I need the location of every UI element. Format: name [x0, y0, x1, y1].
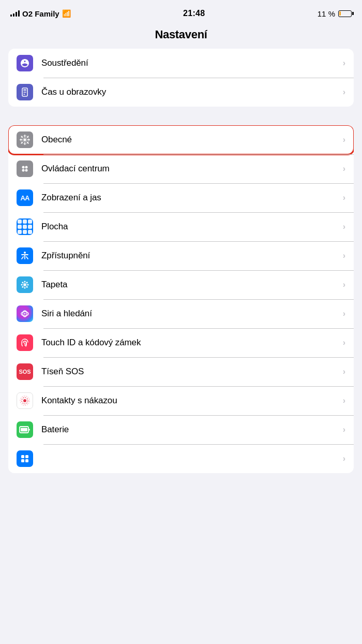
- main-settings-group: Obecné › Ovládací centrum › AA Zobrazení…: [8, 125, 354, 473]
- partial-chevron: ›: [343, 454, 345, 463]
- tisen-sos-label: Tíseň SOS: [41, 367, 339, 377]
- tisen-sos-chevron: ›: [343, 367, 345, 376]
- tisen-sos-row[interactable]: SOS Tíseň SOS ›: [8, 357, 354, 386]
- tapeta-label: Tapeta: [41, 280, 339, 290]
- svg-point-11: [21, 284, 23, 286]
- svg-point-15: [26, 282, 28, 283]
- page-title-bar: Nastavení: [0, 23, 362, 49]
- baterie-row[interactable]: Baterie ›: [8, 415, 354, 444]
- zobrazeni-icon: AA: [17, 189, 33, 206]
- baterie-chevron: ›: [343, 425, 345, 434]
- zpristupneni-icon: [17, 247, 33, 264]
- zobrazeni-chevron: ›: [343, 193, 345, 202]
- status-left: O2 Family 📶: [10, 9, 71, 18]
- svg-rect-27: [25, 455, 28, 458]
- svg-point-14: [26, 286, 28, 288]
- battery-icon: [338, 10, 352, 17]
- touchid-icon: [17, 334, 33, 351]
- svg-point-3: [22, 166, 25, 169]
- svg-rect-28: [21, 459, 24, 462]
- siri-row[interactable]: Siri a hledání ›: [8, 299, 354, 328]
- zpristupneni-chevron: ›: [343, 251, 345, 260]
- plocha-row[interactable]: Plocha ›: [8, 212, 354, 241]
- ovladaci-centrum-label: Ovládací centrum: [41, 164, 339, 174]
- plocha-label: Plocha: [41, 222, 339, 232]
- kontakty-nakazou-row[interactable]: Kontakty s nákazou ›: [8, 386, 354, 415]
- carrier-label: O2 Family: [22, 9, 59, 18]
- tapeta-icon: [17, 276, 33, 293]
- svg-point-5: [22, 169, 25, 172]
- svg-point-6: [25, 169, 28, 172]
- svg-point-13: [22, 282, 23, 283]
- soustredeni-row[interactable]: Soustředění ›: [8, 49, 354, 78]
- svg-point-16: [22, 286, 23, 288]
- status-bar: O2 Family 📶 21:48 11 %: [0, 0, 362, 23]
- siri-chevron: ›: [343, 309, 345, 318]
- partial-row[interactable]: ›: [8, 444, 354, 473]
- svg-rect-26: [21, 455, 24, 458]
- top-settings-group: Soustředění › Čas u obrazovky ›: [8, 49, 354, 107]
- cas-obrazovky-label: Čas u obrazovky: [41, 87, 339, 97]
- ovladaci-centrum-chevron: ›: [343, 164, 345, 173]
- plocha-icon: [17, 218, 33, 235]
- baterie-icon: [17, 421, 33, 438]
- soustredeni-icon: [17, 55, 33, 71]
- svg-rect-1: [23, 89, 26, 91]
- kontakty-label: Kontakty s nákazou: [41, 396, 339, 406]
- svg-point-2: [24, 139, 26, 141]
- signal-bars: [10, 10, 20, 17]
- svg-point-4: [25, 166, 28, 169]
- top-settings-section: Soustředění › Čas u obrazovky ›: [0, 49, 362, 107]
- touchid-chevron: ›: [343, 338, 345, 347]
- soustredeni-chevron: ›: [343, 58, 345, 68]
- cas-obrazovky-icon: [17, 84, 33, 100]
- svg-point-7: [24, 252, 26, 254]
- baterie-label: Baterie: [41, 425, 339, 435]
- ovladaci-centrum-row[interactable]: Ovládací centrum ›: [8, 154, 354, 183]
- siri-label: Siri a hledání: [41, 309, 339, 319]
- ovladaci-centrum-icon: [17, 160, 33, 177]
- tisen-sos-icon: SOS: [17, 363, 33, 380]
- zpristupneni-label: Zpřístupnění: [41, 251, 339, 261]
- svg-point-17: [24, 284, 26, 286]
- svg-point-20: [24, 313, 26, 315]
- battery-percent: 11 %: [318, 9, 335, 18]
- svg-point-9: [24, 281, 26, 283]
- page-title: Nastavení: [0, 28, 362, 41]
- zpristupneni-row[interactable]: Zpřístupnění ›: [8, 241, 354, 270]
- soustredeni-label: Soustředění: [41, 58, 339, 68]
- svg-point-10: [24, 287, 26, 289]
- obecne-label: Obecné: [41, 135, 339, 145]
- cas-obrazovky-row[interactable]: Čas u obrazovky ›: [8, 78, 354, 107]
- siri-icon: [17, 305, 33, 322]
- touchid-label: Touch ID a kódový zámek: [41, 338, 339, 348]
- obecne-row[interactable]: Obecné ›: [8, 125, 354, 154]
- status-right: 11 %: [318, 9, 352, 18]
- obecne-icon: [17, 131, 33, 148]
- time-display: 21:48: [183, 9, 205, 18]
- partial-icon: [17, 450, 33, 467]
- main-settings-section: Obecné › Ovládací centrum › AA Zobrazení…: [0, 125, 362, 473]
- svg-rect-29: [25, 459, 28, 462]
- kontakty-icon: [17, 392, 33, 409]
- kontakty-chevron: ›: [343, 396, 345, 405]
- tapeta-chevron: ›: [343, 280, 345, 289]
- tapeta-row[interactable]: Tapeta ›: [8, 270, 354, 299]
- plocha-chevron: ›: [343, 222, 345, 231]
- svg-point-21: [23, 399, 26, 402]
- svg-point-12: [27, 284, 29, 286]
- zobrazeni-jas-row[interactable]: AA Zobrazení a jas ›: [8, 183, 354, 212]
- wifi-icon: 📶: [62, 9, 71, 18]
- zobrazeni-label: Zobrazení a jas: [41, 193, 339, 203]
- cas-obrazovky-chevron: ›: [343, 87, 345, 97]
- svg-rect-25: [21, 428, 27, 432]
- obecne-chevron: ›: [343, 135, 345, 144]
- touchid-row[interactable]: Touch ID a kódový zámek ›: [8, 328, 354, 357]
